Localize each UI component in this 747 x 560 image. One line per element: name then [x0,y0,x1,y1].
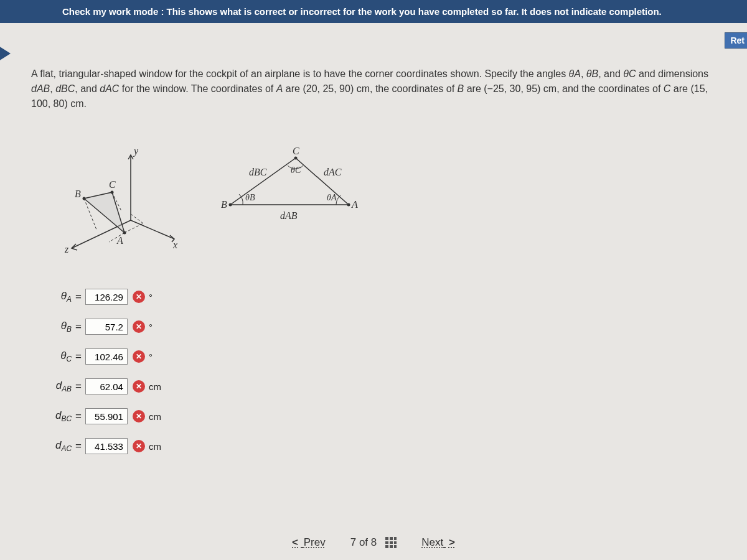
prev-label: Prev [304,536,326,548]
svg-line-7 [125,223,143,233]
answer-label: θC [37,350,72,363]
incorrect-icon: ✕ [133,350,145,363]
equals-sign: = [75,320,82,333]
point-c-2d: C [293,146,299,156]
axis-z-label: z [64,244,69,254]
point-a-3d: A [116,235,123,246]
answer-label: dBC [37,409,72,423]
incorrect-icon: ✕ [133,380,145,393]
svg-point-15 [294,157,298,160]
next-button[interactable]: Next > [421,536,458,549]
answer-unit: ° [149,292,153,302]
edge-dab-label: dAB [280,210,298,221]
problem-text-part: for the window. The coordinates of [119,83,276,94]
angle-a-label: θA [327,193,337,202]
symbol-theta-a: θA [569,68,581,79]
answer-label: θB [37,320,72,334]
symbol-point-a: A [276,83,283,94]
problem-text-part: , [50,83,55,94]
svg-text:dAC: dAC [324,167,342,177]
grid-icon[interactable] [385,537,397,548]
point-a-2d: A [351,199,358,210]
chevron-right-icon: > [449,536,455,548]
equals-sign: = [75,350,82,363]
point-c-3d: C [109,179,116,190]
problem-text-part: are (−25, 30, 95) cm, and the coordinate… [464,83,664,94]
answer-row-dbc: dBC = ✕ cm [37,408,722,424]
svg-marker-3 [84,192,125,233]
answer-input-theta-b[interactable] [85,319,128,335]
equals-sign: = [75,380,82,393]
svg-point-13 [229,203,232,207]
symbol-dac: dAC [100,83,119,94]
return-badge[interactable]: Ret [725,32,747,49]
svg-point-14 [347,203,350,207]
point-b-3d: B [75,189,81,199]
answer-label: dAC [37,439,72,453]
answer-row-theta-b: θB = ✕ ° [37,319,722,335]
content-area: Ret A flat, triangular-shaped window for… [0,23,747,454]
edge-dbc-label: dBC [249,167,267,177]
answer-unit: ° [149,352,153,362]
problem-text-part: , [581,68,586,79]
answer-row-dab: dAB = ✕ cm [37,378,722,394]
axis-y-label: y [133,146,139,157]
svg-line-1 [131,220,174,239]
figure-3d: y x z B C A [50,146,181,258]
symbol-dbc: dBC [55,83,75,94]
question-nav: < Prev 7 of 8 Next > [0,536,747,549]
answer-input-dbc[interactable] [85,408,128,424]
problem-text-part: are (20, 25, 90) cm, the coordinates of [283,83,457,94]
incorrect-icon: ✕ [133,291,145,303]
symbol-dab: dAB [31,83,50,94]
check-work-banner: Check my work mode : This shows what is … [0,0,747,23]
problem-text-part: A flat, triangular-shaped window for the… [31,68,569,79]
answer-row-theta-a: θA = ✕ ° [37,289,722,305]
next-label: Next [421,536,443,548]
incorrect-icon: ✕ [133,320,145,333]
answer-unit: cm [149,381,161,392]
svg-text:dBC: dBC [249,167,267,177]
answer-input-dab[interactable] [85,378,128,394]
svg-text:dAB: dAB [280,210,298,221]
equals-sign: = [75,440,82,452]
incorrect-icon: ✕ [133,440,145,452]
symbol-point-b: B [458,83,464,94]
problem-text-part: , and [598,68,623,79]
angle-b-label: θB [245,193,255,202]
answer-row-dac: dAC = ✕ cm [37,438,722,454]
answers-block: θA = ✕ ° θB = ✕ ° θC = ✕ ° dAB = ✕ cm [37,289,722,454]
answer-label: θA [37,290,72,304]
equals-sign: = [75,291,82,303]
point-b-2d: B [221,199,227,210]
answer-unit: cm [149,411,161,422]
axis-x-label: x [172,240,177,250]
symbol-theta-c: θC [623,68,636,79]
angle-c-label: θC [291,166,301,175]
problem-text-part: , and [75,83,100,94]
answer-input-dac[interactable] [85,438,128,454]
problem-statement: A flat, triangular-shaped window for the… [31,67,716,111]
symbol-point-c: C [664,83,671,94]
figure-row: y x z B C A B [50,146,722,258]
answer-label: dAB [37,380,72,393]
answer-unit: ° [149,322,153,332]
bookmark-tab-icon [0,45,11,62]
symbol-theta-b: θB [586,68,598,79]
answer-unit: cm [149,441,161,452]
answer-input-theta-a[interactable] [85,289,128,305]
position-text: 7 of 8 [350,536,377,549]
incorrect-icon: ✕ [133,410,145,422]
edge-dac-label: dAC [324,167,342,177]
equals-sign: = [75,410,82,422]
problem-text-part: and dimensions [636,68,708,79]
nav-position: 7 of 8 [350,536,397,549]
svg-line-9 [131,214,143,223]
chevron-left-icon: < [292,536,298,548]
prev-button[interactable]: < Prev [289,536,326,549]
answer-input-theta-c[interactable] [85,348,128,365]
answer-row-theta-c: θC = ✕ ° [37,348,722,365]
figure-2d: B A C dBC dAC dAB θB θA θC [218,146,367,239]
